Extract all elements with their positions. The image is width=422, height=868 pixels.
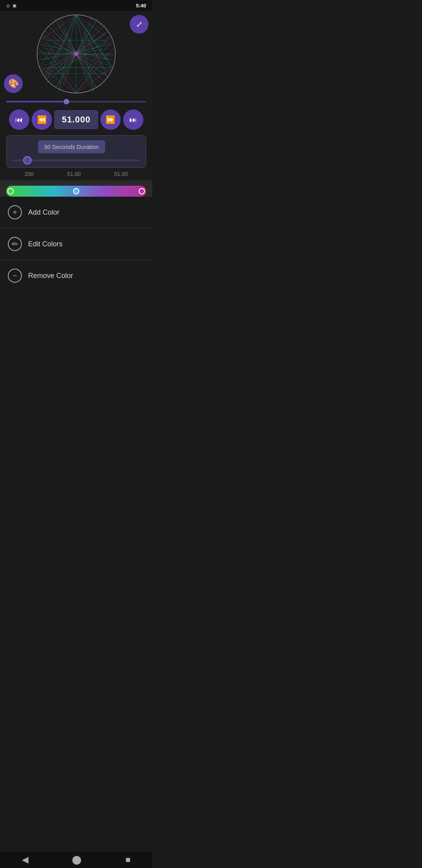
- fullscreen-button[interactable]: ⤢: [130, 15, 148, 34]
- param-label-3: 51.00: [114, 171, 128, 177]
- svg-line-18: [39, 15, 76, 68]
- transport-controls: ⏮ ⏪ 51.000 ⏩ ⏭: [0, 104, 152, 135]
- gradient-stop-1[interactable]: [7, 188, 14, 194]
- add-color-icon: +: [8, 205, 22, 219]
- menu-list: + Add Color ✏ Edit Colors − Remove Color: [0, 197, 152, 291]
- param-label-2: 51.00: [67, 171, 81, 177]
- status-time: 5:40: [136, 3, 146, 9]
- edit-colors-icon: ✏: [8, 237, 22, 251]
- spirograph-svg: [35, 13, 117, 95]
- gradient-stop-3[interactable]: [139, 188, 145, 194]
- progress-thumb[interactable]: [64, 99, 69, 104]
- fast-forward-icon: ⏩: [106, 115, 115, 124]
- status-icons: ◎ ▣: [6, 3, 16, 8]
- skip-prev-button[interactable]: ⏮: [9, 109, 29, 130]
- remove-color-label: Remove Color: [28, 272, 73, 280]
- duration-tooltip: 30 Seconds Duration: [38, 140, 105, 153]
- add-color-label: Add Color: [28, 208, 59, 217]
- duration-panel: 30 Seconds Duration: [6, 135, 146, 168]
- gradient-stop-2[interactable]: [73, 188, 79, 194]
- skip-next-button[interactable]: ⏭: [123, 109, 143, 130]
- sd-card-icon: ▣: [13, 3, 16, 8]
- skip-next-icon: ⏭: [129, 115, 137, 124]
- remove-color-icon: −: [8, 269, 22, 283]
- circle-icon: ◎: [6, 3, 10, 8]
- param-labels: 200 51.00 51.00: [0, 168, 152, 180]
- visualization-area: ⤢ 🎨: [0, 11, 152, 97]
- svg-point-58: [74, 52, 78, 56]
- duration-track[interactable]: [12, 160, 140, 161]
- progress-fill: [6, 101, 66, 102]
- edit-colors-item[interactable]: ✏ Edit Colors: [0, 228, 152, 260]
- color-section: [0, 180, 152, 197]
- spirograph-container: [35, 13, 117, 95]
- param-label-1: 200: [25, 171, 34, 177]
- svg-line-17: [39, 48, 76, 93]
- fullscreen-icon: ⤢: [136, 20, 143, 29]
- progress-track[interactable]: [6, 101, 146, 102]
- rewind-button[interactable]: ⏪: [32, 109, 52, 130]
- rewind-icon: ⏪: [37, 115, 47, 124]
- add-color-item[interactable]: + Add Color: [0, 197, 152, 228]
- gradient-bar[interactable]: [6, 186, 146, 197]
- duration-thumb[interactable]: [23, 156, 32, 165]
- fast-forward-button[interactable]: ⏩: [100, 109, 121, 130]
- progress-area[interactable]: [0, 97, 152, 104]
- edit-colors-label: Edit Colors: [28, 240, 63, 248]
- palette-icon: 🎨: [8, 79, 19, 89]
- palette-button[interactable]: 🎨: [4, 74, 23, 93]
- status-bar: ◎ ▣ 5:40: [0, 0, 152, 11]
- remove-color-item[interactable]: − Remove Color: [0, 260, 152, 291]
- skip-prev-icon: ⏮: [15, 115, 23, 124]
- time-display: 51.000: [54, 110, 98, 129]
